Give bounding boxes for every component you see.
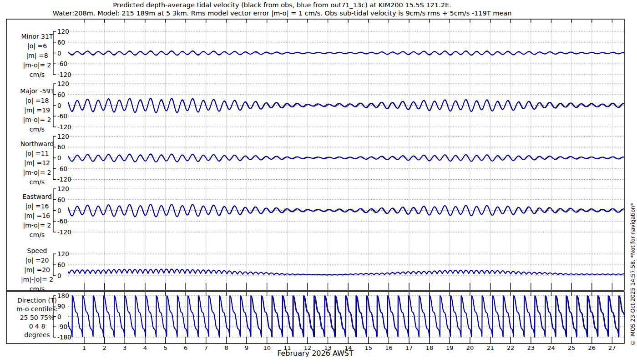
speed-model-line — [68, 269, 624, 275]
y-tick-label: 0 — [57, 272, 76, 279]
x-tick-label: 25 — [565, 344, 578, 351]
x-tick-label: 8 — [219, 344, 233, 351]
y-tick-label: 0 — [57, 50, 76, 57]
x-tick-label: 1 — [77, 344, 91, 351]
x-tick-label: 3 — [118, 344, 131, 351]
y-tick-label: -120 — [57, 176, 76, 183]
tidal-velocity-chart — [0, 0, 637, 364]
y-tick-label: 60 — [57, 91, 76, 98]
x-tick-label: 21 — [484, 344, 497, 351]
imos-watermark: © IMOS 23-Oct-2025 14:57:58. *Not for na… — [630, 173, 636, 346]
x-tick-label: 16 — [382, 344, 395, 351]
major-obs-line — [68, 99, 624, 112]
y-tick-label: -60 — [57, 217, 76, 225]
y-tick-label: 60 — [57, 39, 76, 46]
x-tick-label: 23 — [524, 344, 538, 351]
y-tick-label: 90 — [57, 303, 76, 310]
x-tick-label: 20 — [463, 344, 477, 351]
y-tick-label: 0 — [57, 102, 76, 109]
x-axis-label: February 2026 AWST — [247, 349, 384, 358]
y-tick-label: 120 — [57, 28, 76, 35]
x-tick-label: 4 — [138, 344, 152, 351]
x-tick-label: 17 — [402, 344, 416, 351]
y-tick-label: 120 — [57, 80, 76, 87]
y-tick-label: 120 — [57, 250, 76, 258]
y-tick-label: -120 — [57, 123, 76, 131]
x-tick-label: 22 — [504, 344, 517, 351]
x-tick-label: 19 — [443, 344, 456, 351]
x-tick-label: 6 — [179, 344, 192, 351]
y-tick-label: -90 — [57, 323, 76, 330]
y-tick-label: 120 — [57, 133, 76, 140]
x-tick-label: 2 — [98, 344, 111, 351]
y-tick-label: -60 — [57, 60, 76, 67]
y-tick-label: 0 — [57, 313, 76, 320]
y-tick-label: 0 — [57, 154, 76, 162]
x-tick-label: 26 — [585, 344, 599, 351]
y-tick-label: -120 — [57, 228, 76, 236]
y-tick-label: 120 — [57, 185, 76, 192]
y-tick-label: -120 — [57, 71, 76, 78]
y-tick-label: -180 — [57, 334, 76, 341]
x-tick-label: 24 — [544, 344, 558, 351]
y-tick-label: 180 — [57, 292, 76, 299]
x-tick-label: 7 — [199, 344, 213, 351]
y-tick-label: -60 — [57, 165, 76, 172]
y-tick-label: 60 — [57, 261, 76, 268]
x-tick-label: 18 — [423, 344, 436, 351]
y-tick-label: 60 — [57, 196, 76, 203]
y-tick-label: 0 — [57, 207, 76, 214]
eastward-model-line — [68, 204, 624, 217]
y-tick-label: -60 — [57, 112, 76, 120]
y-tick-label: 60 — [57, 143, 76, 151]
northward-obs-line — [68, 154, 624, 162]
x-tick-label: 27 — [605, 344, 619, 351]
velocity-panels-border — [6, 19, 624, 290]
x-tick-label: 5 — [159, 344, 172, 351]
